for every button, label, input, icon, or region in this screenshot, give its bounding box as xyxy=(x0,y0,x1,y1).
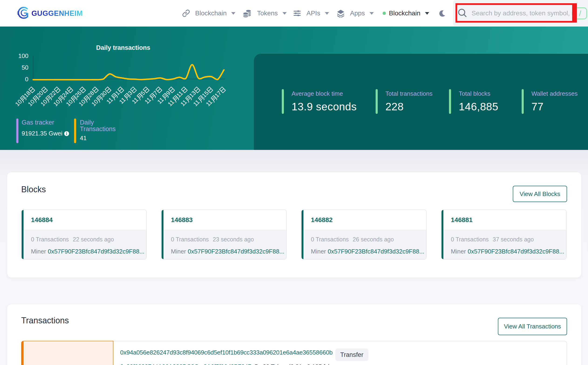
svg-text:11: 11 xyxy=(205,98,213,107)
svg-text:11: 11 xyxy=(131,96,140,105)
svg-text:11: 11 xyxy=(105,96,114,105)
svg-text:11: 11 xyxy=(192,98,201,107)
svg-text:5: 5 xyxy=(139,89,146,96)
svg-text:3: 3 xyxy=(127,89,134,96)
svg-text:1: 1 xyxy=(114,89,121,96)
svg-text:11: 11 xyxy=(118,96,127,105)
svg-text:11: 11 xyxy=(156,96,165,105)
svg-text:50: 50 xyxy=(22,64,28,71)
svg-text:11: 11 xyxy=(179,98,188,107)
svg-text:0: 0 xyxy=(25,76,28,83)
svg-text:100: 100 xyxy=(18,52,28,59)
svg-text:7: 7 xyxy=(152,89,159,96)
svg-text:9: 9 xyxy=(165,89,172,96)
svg-text:11: 11 xyxy=(143,96,152,105)
svg-text:11: 11 xyxy=(167,98,175,107)
